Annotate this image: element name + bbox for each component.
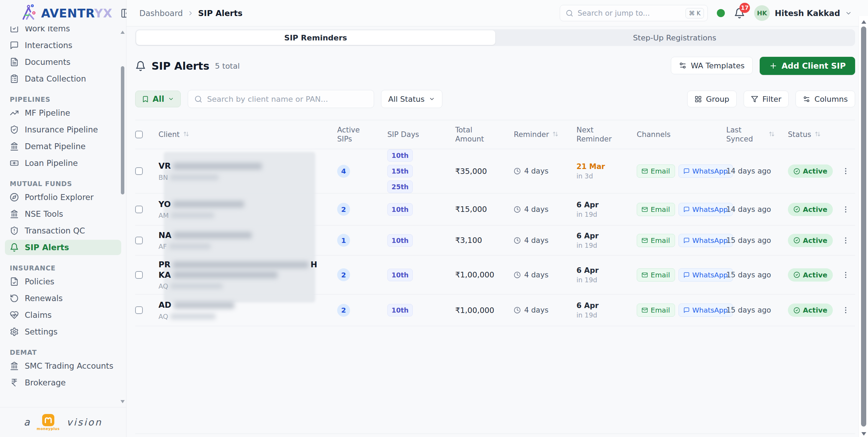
sidebar-item-claims[interactable]: Claims	[5, 307, 121, 323]
tab-sip-reminders[interactable]: SIP Reminders	[136, 30, 495, 45]
check-circle-icon	[793, 237, 800, 244]
sidebar-item-documents[interactable]: Documents	[5, 54, 121, 70]
row-actions-menu[interactable]	[839, 304, 852, 316]
client-cell: VR BN	[158, 161, 262, 181]
sidebar-item-sip-alerts[interactable]: SIP Alerts	[5, 240, 121, 255]
client-search[interactable]	[188, 90, 374, 108]
row-checkbox[interactable]	[135, 271, 143, 279]
sip-alerts-table: Client Active SIPs SIP Days Total Amount…	[135, 120, 855, 326]
more-vertical-icon	[842, 205, 850, 214]
sidebar-item-transaction-qc[interactable]: Transaction QC	[5, 223, 121, 238]
sidebar-item-insurance-pipeline[interactable]: Insurance Pipeline	[5, 122, 121, 137]
row-actions-menu[interactable]	[839, 165, 852, 177]
sip-day-badge: 15th	[387, 165, 413, 177]
next-reminder: 6 Apr in 19d	[576, 201, 599, 218]
row-actions-menu[interactable]	[839, 269, 852, 281]
column-header-sip-days[interactable]: SIP Days	[381, 130, 451, 139]
sidebar-item-label: Claims	[25, 310, 52, 320]
status-filter-dropdown[interactable]: All Status	[381, 90, 442, 108]
next-reminder-relative: in 3d	[576, 172, 605, 180]
tab-step-up-registrations[interactable]: Step-Up Registrations	[495, 30, 854, 45]
sidebar-item-smc-trading-accounts[interactable]: SMC Trading Accounts	[5, 358, 121, 374]
brand-logo-icon	[20, 3, 38, 23]
page-scrollbar[interactable]	[859, 16, 868, 437]
topbar: Dashboard SIP Alerts ⌘ K 17 HK Hitesh Ka…	[126, 0, 868, 26]
heart-pulse-icon	[10, 310, 19, 320]
sidebar-item-demat-pipeline[interactable]: Demat Pipeline	[5, 139, 121, 154]
saved-view-dropdown[interactable]: All	[135, 91, 181, 107]
sidebar-item-label: Interactions	[25, 41, 72, 50]
shield-check-icon	[10, 125, 19, 134]
moneyplus-logo-text: moneyplus	[37, 427, 60, 431]
column-header-status[interactable]: Status	[782, 130, 836, 139]
column-header-reminder[interactable]: Reminder	[509, 130, 571, 139]
global-search[interactable]: ⌘ K	[560, 5, 708, 21]
global-search-input[interactable]	[578, 9, 681, 17]
next-reminder-relative: in 19d	[576, 276, 599, 284]
more-vertical-icon	[842, 271, 850, 279]
sidebar-item-portfolio-explorer[interactable]: Portfolio Explorer	[5, 190, 121, 205]
email-channel-badge: Email	[637, 164, 675, 178]
sidebar-item-label: NSE Tools	[25, 209, 63, 219]
column-header-total-amount[interactable]: Total Amount	[451, 125, 509, 144]
page-scrollbar-thumb[interactable]	[861, 26, 866, 427]
email-channel-badge: Email	[637, 234, 675, 247]
sidebar-item-loan-pipeline[interactable]: Loan Pipeline	[5, 155, 121, 171]
add-client-sip-button[interactable]: Add Client SIP	[760, 57, 855, 75]
scroll-down-icon[interactable]	[861, 432, 866, 436]
landmark-icon	[10, 209, 19, 219]
notification-count-badge: 17	[739, 3, 750, 13]
row-checkbox[interactable]	[135, 206, 143, 213]
row-checkbox[interactable]	[135, 237, 143, 244]
sidebar-item-data-collection[interactable]: Data Collection	[5, 71, 121, 86]
sidebar-item-mf-pipeline[interactable]: MF Pipeline	[5, 105, 121, 121]
sidebar-scroll-down-icon[interactable]	[121, 400, 125, 403]
total-count: 5 total	[215, 62, 240, 70]
sidebar-scroll-up-icon[interactable]	[121, 31, 125, 34]
next-reminder-date: 21 Mar	[576, 162, 605, 171]
notifications-button[interactable]: 17	[734, 8, 745, 19]
arrow-up-down-icon	[815, 131, 821, 137]
filter-button[interactable]: Filter	[744, 91, 789, 107]
breadcrumb-parent[interactable]: Dashboard	[139, 9, 183, 18]
row-actions-menu[interactable]	[839, 203, 852, 216]
client-search-input[interactable]	[207, 95, 367, 104]
sidebar-scrollbar[interactable]	[121, 0, 125, 437]
table-header: Client Active SIPs SIP Days Total Amount…	[135, 120, 855, 149]
group-button[interactable]: Group	[687, 91, 737, 107]
row-checkbox[interactable]	[135, 306, 143, 314]
last-synced: 15 days ago	[721, 271, 782, 279]
scroll-up-icon[interactable]	[861, 20, 866, 24]
select-all-checkbox[interactable]	[135, 131, 143, 138]
columns-button[interactable]: Columns	[796, 91, 855, 107]
sidebar-item-work-items[interactable]: Work Items	[5, 26, 121, 36]
table-row[interactable]: PRH KA AQ 2 10th ₹1,00,000 4 days 6 Apr …	[135, 255, 855, 294]
column-header-active-sips[interactable]: Active SIPs	[333, 125, 381, 144]
sidebar-item-interactions[interactable]: Interactions	[5, 38, 121, 53]
sidebar-scrollbar-thumb[interactable]	[121, 66, 124, 194]
message-square-icon	[683, 237, 690, 244]
row-actions-menu[interactable]	[839, 234, 852, 247]
sidebar-item-policies[interactable]: Policies	[5, 274, 121, 289]
settings-icon	[10, 327, 19, 336]
avatar: HK	[754, 5, 770, 21]
column-header-client[interactable]: Client	[153, 130, 333, 139]
clock-icon	[514, 168, 521, 175]
client-name: VR	[158, 161, 262, 171]
column-header-channels[interactable]: Channels	[632, 130, 721, 139]
status-badge: Active	[788, 164, 833, 178]
sidebar-item-nse-tools[interactable]: NSE Tools	[5, 206, 121, 222]
client-pan: AQ	[158, 282, 317, 290]
sidebar-item-settings[interactable]: Settings	[5, 324, 121, 339]
column-header-last-synced[interactable]: Last Synced	[721, 125, 782, 144]
sidebar-item-renewals[interactable]: Renewals	[5, 291, 121, 306]
plus-icon	[769, 62, 777, 70]
row-checkbox[interactable]	[135, 167, 143, 175]
column-header-next-reminder[interactable]: Next Reminder	[571, 125, 632, 144]
clipboard-list-icon	[10, 74, 19, 83]
sidebar-item-brokerage[interactable]: Brokerage	[5, 375, 121, 390]
sidebar-item-label: Renewals	[25, 294, 63, 303]
mail-icon	[642, 307, 648, 313]
wa-templates-button[interactable]: WA Templates	[671, 57, 752, 74]
user-menu[interactable]: HK Hitesh Kakkad	[754, 5, 852, 21]
